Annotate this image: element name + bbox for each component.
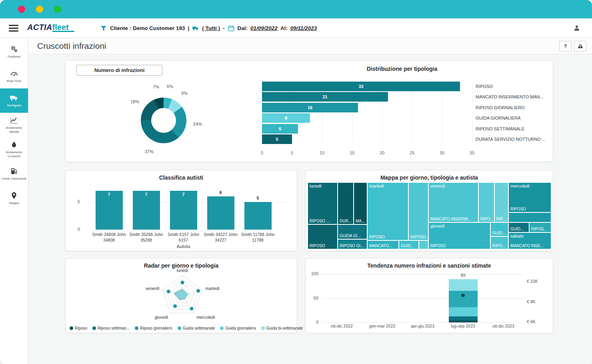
radar-point[interactable] bbox=[196, 289, 200, 293]
x-axis-tick-label: lug-sep 2023 bbox=[451, 324, 475, 328]
date-to-link[interactable]: 09/11/2023 bbox=[290, 25, 317, 31]
brand-logo[interactable]: ACTIAfleet bbox=[27, 23, 69, 32]
bar-total-label: 89 bbox=[460, 273, 465, 278]
x-axis-tick-label: apr-giu 2023 bbox=[411, 324, 434, 328]
treemap-cell-ma[interactable]: MA... bbox=[354, 182, 367, 224]
sidebar-item-real-time[interactable]: Real-Time bbox=[0, 64, 28, 88]
treemap-cell-riposo-gi[interactable]: RIPOSO GI... bbox=[338, 239, 367, 249]
treemap-cell-guid[interactable]: GUID... bbox=[399, 240, 419, 249]
treemap-cell-guid[interactable]: GUID... bbox=[490, 222, 508, 236]
radar-axis-label: venerdì bbox=[146, 286, 160, 291]
sidebar-item-label: Andamento Consumi bbox=[0, 150, 28, 158]
legend-item-guida-giornaliera[interactable]: Guida giornaliera bbox=[220, 326, 256, 330]
bar-riposo-giornaliero[interactable]: 16 bbox=[262, 103, 358, 112]
sidebar-item-gestione[interactable]: Gestione bbox=[0, 40, 28, 64]
sidebar-item-tachigrafo[interactable]: Tachigrafo bbox=[0, 88, 28, 113]
treemap-cell-riposo[interactable]: RIPOSO bbox=[308, 224, 338, 249]
bar-riposo[interactable]: 33 bbox=[262, 82, 460, 91]
category-label: Smith 11788 John11788 bbox=[239, 232, 276, 243]
radar-point[interactable] bbox=[190, 307, 193, 310]
window-zoom-button[interactable] bbox=[54, 6, 61, 13]
bar-value-label: 8 bbox=[262, 116, 310, 120]
radar-point[interactable] bbox=[167, 290, 170, 293]
bar-mancato-inserimento-man[interactable]: 21 bbox=[262, 92, 388, 102]
truck-icon bbox=[192, 25, 199, 32]
bar-value-label: 33 bbox=[262, 84, 460, 89]
bar-row: 16 bbox=[262, 103, 358, 112]
radar-point[interactable] bbox=[181, 281, 184, 284]
bar-durata-servizio-notturno[interactable]: 5 bbox=[262, 134, 292, 144]
sidebar-item-andamento-attivit[interactable]: Andamento Attività bbox=[0, 113, 28, 137]
x-axis-tick-label: 10 bbox=[320, 150, 324, 155]
treemap-cell-rip[interactable]: RIP... bbox=[494, 182, 508, 222]
legend-item-riposo[interactable]: Riposo bbox=[70, 326, 87, 330]
calendar-icon bbox=[228, 25, 235, 32]
bar-11788[interactable]: 5 bbox=[244, 202, 272, 230]
filter-icon[interactable] bbox=[100, 25, 107, 32]
treemap-cell-riposo[interactable]: mercoledìRIPOSO bbox=[508, 182, 551, 212]
numero-infrazioni-button[interactable]: Numero di infrazioni bbox=[76, 65, 162, 76]
bar-column: 5 bbox=[239, 189, 276, 230]
treemap-cell-ripo[interactable]: RIPO... bbox=[490, 236, 508, 249]
window-minimize-button[interactable] bbox=[36, 6, 43, 13]
treemap-cell-riposo[interactable]: martedìRIPOSO bbox=[367, 182, 408, 240]
legend-swatch bbox=[220, 326, 224, 330]
bar-6157[interactable]: 7 bbox=[170, 191, 197, 230]
legend-item-riposo-settiman[interactable]: Riposo settiman... bbox=[92, 326, 130, 330]
scatter-point[interactable] bbox=[461, 294, 465, 297]
search-button[interactable] bbox=[574, 41, 586, 52]
bar-guida-giornaliera[interactable]: 8 bbox=[262, 113, 310, 123]
treemap-cell-riposo[interactable]: RIPOSO ... bbox=[408, 182, 428, 240]
bar-34808[interactable]: 7 bbox=[96, 191, 123, 230]
menu-icon[interactable] bbox=[9, 25, 18, 33]
bar-value-label: 6 bbox=[262, 126, 298, 131]
treemap-cell-label: RIPOSO bbox=[369, 235, 385, 239]
stacked-bar-lug-sep-2023[interactable] bbox=[449, 279, 478, 322]
bar-value-label: 21 bbox=[262, 94, 388, 99]
legend-swatch bbox=[178, 326, 181, 330]
date-from-link[interactable]: 01/09/2022 bbox=[250, 25, 278, 31]
vehicles-filter-link[interactable]: ( Tutti ) bbox=[202, 25, 220, 31]
treemap-cell-guid[interactable]: GUID... bbox=[508, 222, 529, 232]
gauge-icon bbox=[10, 69, 18, 78]
treemap-cell-riposo[interactable]: lunedìRIPOSO ... bbox=[308, 182, 338, 224]
chart-title-distribuzione: Distribuzione per tipologia bbox=[262, 66, 542, 72]
treemap-cell[interactable] bbox=[508, 212, 551, 222]
chart-title-radar: Radar per giorno e tipologia bbox=[66, 258, 297, 269]
treemap-cell-ripos[interactable]: RIPOS... bbox=[529, 222, 551, 232]
legend-label: Guida settimanale bbox=[183, 326, 215, 330]
treemap-cell-riposo[interactable]: giovedìRIPOSO bbox=[428, 222, 490, 249]
sidebar-item-mappa[interactable]: Mappa bbox=[0, 186, 28, 210]
bar-35288[interactable]: 7 bbox=[133, 191, 160, 230]
sidebar-item-andamento-consumi[interactable]: Andamento Consumi bbox=[0, 137, 28, 162]
treemap-cell-mancato-inse[interactable]: sabatoMANCATO INSE... bbox=[508, 232, 551, 249]
bar-value-label: 7 bbox=[170, 192, 197, 197]
y-axis-tick-label: 100 bbox=[306, 271, 318, 276]
donut-chart[interactable] bbox=[141, 98, 186, 143]
x-axis-title: Autista bbox=[90, 244, 276, 249]
radar-point[interactable] bbox=[173, 304, 177, 308]
sidebar-item-livelli-carburante[interactable]: Livelli Carburante bbox=[0, 162, 28, 186]
y-axis-tick-label: 0 bbox=[306, 320, 318, 324]
legend-item-guida-bi-settimanale[interactable]: Guida bi-settimanale bbox=[261, 326, 303, 330]
user-icon[interactable] bbox=[573, 24, 581, 34]
treemap-cell-mancato-inserim[interactable]: venerdìMANCATO INSERIM... bbox=[428, 182, 478, 222]
treemap-cell-ripo[interactable]: RIPO... bbox=[478, 182, 494, 222]
treemap-cell-mancato[interactable]: MANCATO... bbox=[367, 240, 399, 249]
app-header: ACTIAfleet Cliente : Demo Customer 193 |… bbox=[0, 18, 592, 38]
legend-item-guida-settimanale[interactable]: Guida settimanale bbox=[178, 326, 215, 330]
bar-riposo-settimanale[interactable]: 6 bbox=[262, 124, 298, 134]
legend-item-riposo-giornaliero[interactable]: Riposo giornaliero bbox=[135, 326, 172, 330]
treemap-cell[interactable] bbox=[419, 240, 428, 249]
chart-title-tendenza: Tendenza numero infrazioni e sanzioni st… bbox=[306, 258, 553, 269]
sidebar-item-label: Mappa bbox=[8, 201, 20, 205]
window-close-button[interactable] bbox=[18, 6, 25, 13]
dash-separator: - bbox=[223, 25, 225, 31]
treemap-cell-dur[interactable]: DUR... bbox=[338, 182, 354, 224]
help-button[interactable]: ? bbox=[559, 41, 572, 52]
bar-34227[interactable]: 6 bbox=[207, 196, 234, 230]
sidebar-item-label: Andamento Attività bbox=[0, 126, 28, 134]
treemap-cell-guida-gi[interactable]: GUIDA GI... bbox=[338, 224, 367, 239]
sidebar-item-label: Tachigrafo bbox=[6, 104, 23, 108]
binoculars-icon bbox=[577, 43, 584, 50]
